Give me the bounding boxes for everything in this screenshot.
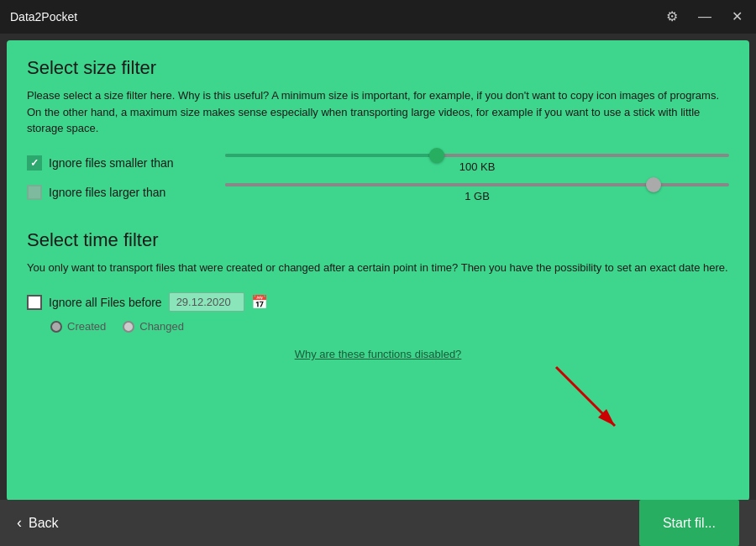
calendar-icon[interactable]: 📅 [251,294,268,310]
ignore-label: Ignore all Files before [49,296,162,309]
smaller-slider-track[interactable] [225,154,729,157]
radio-created-circle[interactable] [50,321,62,333]
smaller-than-row: Ignore files smaller than 100 KB [27,154,729,173]
title-bar-controls: ⚙ — ✕ [663,8,746,25]
size-filter-desc: Please select a size filter here. Why is… [27,87,729,137]
smaller-slider-thumb[interactable] [429,148,444,163]
settings-button[interactable]: ⚙ [663,8,681,25]
larger-label-container: Ignore files larger than [27,185,212,200]
ignore-row: Ignore all Files before 29.12.2020 📅 [27,292,729,312]
title-bar-left: Data2Pocket [10,10,77,24]
radio-changed-label: Changed [139,320,184,333]
radio-created-label: Created [67,320,106,333]
time-filter-desc: You only want to transport files that we… [27,260,729,276]
larger-slider-value: 1 GB [465,190,490,202]
smaller-label: Ignore files smaller than [49,156,174,170]
smaller-slider-fill [225,154,437,157]
smaller-slider-value: 100 KB [459,160,496,173]
app-title: Data2Pocket [10,10,77,24]
smaller-label-container: Ignore files smaller than [27,155,212,171]
close-button[interactable]: ✕ [728,8,746,25]
ignore-checkbox[interactable] [27,295,42,310]
larger-than-row: Ignore files larger than 1 GB [27,183,729,202]
why-link[interactable]: Why are these functions disabled? [295,348,462,360]
larger-slider-thumb[interactable] [646,177,661,192]
size-filter-section: Select size filter Please select a size … [27,57,729,202]
back-chevron-icon: ‹ [17,514,22,532]
why-link-container: Why are these functions disabled? [27,346,729,361]
svg-marker-1 [598,409,615,426]
smaller-checkbox[interactable] [27,155,42,171]
larger-slider-track[interactable] [225,183,729,186]
radio-changed[interactable]: Changed [123,320,184,333]
larger-checkbox[interactable] [27,185,42,200]
back-label: Back [29,516,59,531]
radio-created[interactable]: Created [50,320,106,333]
time-filter-title: Select time filter [27,229,729,251]
larger-slider-wrapper: 1 GB [225,183,729,202]
smaller-slider-wrapper: 100 KB [225,154,729,173]
date-input[interactable]: 29.12.2020 [169,292,244,312]
main-content: Select size filter Please select a size … [7,40,749,501]
title-bar: Data2Pocket ⚙ — ✕ [0,0,756,34]
back-button[interactable]: ‹ Back [17,514,59,532]
time-filter-section: Select time filter You only want to tran… [27,229,729,362]
radio-row: Created Changed [50,320,729,333]
bottom-bar: ‹ Back Start fil... [0,500,756,546]
size-filter-title: Select size filter [27,57,729,79]
radio-changed-circle[interactable] [123,321,134,333]
start-button[interactable]: Start fil... [639,500,739,546]
svg-line-0 [556,367,615,426]
larger-slider-fill [225,183,654,186]
larger-label: Ignore files larger than [49,186,165,199]
minimize-button[interactable]: — [695,8,715,25]
red-arrow [522,350,640,454]
